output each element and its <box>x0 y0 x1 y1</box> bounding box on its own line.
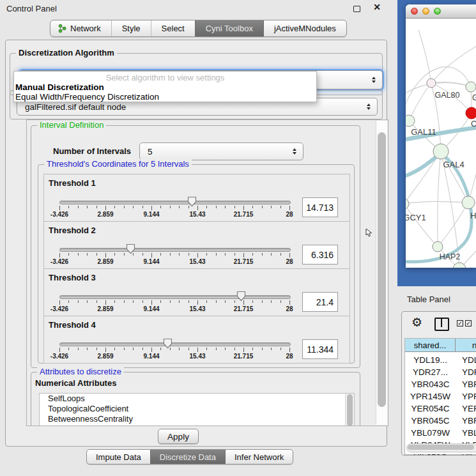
threshold-value-input[interactable]: 14.713 <box>302 197 338 217</box>
network-edge[interactable] <box>431 44 476 83</box>
slider-tick-label: 2.859 <box>89 258 121 265</box>
network-node-ga[interactable] <box>466 82 476 92</box>
slider-scale: -3.4262.8599.14415.4321.71528 <box>59 348 289 362</box>
network-node-label: GAL11 <box>411 127 436 137</box>
network-node-label: C <box>471 119 476 128</box>
network-edge[interactable] <box>406 67 471 113</box>
group-title: Threshold's Coordinates for 5 Intervals <box>44 159 192 169</box>
cell: YIL052C <box>405 452 456 456</box>
table-row[interactable]: YDL19...YDL1 <box>405 354 476 366</box>
network-node-gal11[interactable] <box>406 115 415 127</box>
dropdown-option-equal-width-frequency[interactable]: Equal Width/Frequency Discretization <box>14 92 316 102</box>
group-title: Interval Definition <box>37 120 106 130</box>
scrollbar-thumb[interactable] <box>378 132 386 407</box>
tab-discretize-data[interactable]: Discretize Data <box>150 450 225 464</box>
table-row[interactable]: YBL079WYBL0 <box>405 427 476 439</box>
tab-cyni-toolbox[interactable]: Cyni Toolbox <box>195 20 263 36</box>
network-edge[interactable] <box>418 30 431 83</box>
table-row[interactable]: YPR145WYPR1 <box>405 390 476 403</box>
threshold-3-panel: Threshold 3 -3.4262.8599.14415.4321.7152… <box>43 268 350 316</box>
cell: YDL1 <box>456 355 476 365</box>
threshold-value-input[interactable]: 21.4 <box>302 292 338 312</box>
table-row[interactable]: YBR043CYBR0 <box>405 378 476 390</box>
slider-tick <box>96 206 97 208</box>
scrollbar-thumb[interactable] <box>347 394 353 426</box>
slider-tick <box>96 348 97 350</box>
number-of-intervals-label: Number of Intervals <box>53 146 131 156</box>
slider-tick <box>179 348 180 350</box>
network-edge[interactable] <box>409 83 431 121</box>
slider-tick <box>271 253 272 256</box>
numerical-attributes-label: Numerical Attributes <box>35 378 116 388</box>
table-row[interactable]: YDR27...YDR2 <box>405 366 476 378</box>
threshold-slider-track[interactable] <box>59 201 291 204</box>
apply-button[interactable]: Apply <box>158 429 199 444</box>
checkbox-checked-icon[interactable]: ✓ <box>457 320 463 326</box>
slider-tick-label: 9.144 <box>135 211 167 218</box>
threshold-value-input[interactable]: 6.316 <box>302 245 338 265</box>
panel-title: Control Panel <box>6 4 57 13</box>
network-edge[interactable] <box>406 204 438 247</box>
network-canvas[interactable]: GAL80GACGAL11GAL4GCY1HHAP2 <box>406 19 476 268</box>
slider-tick <box>197 206 198 210</box>
slider-tick <box>262 300 263 303</box>
network-node-hap2[interactable] <box>433 242 443 252</box>
network-edge[interactable] <box>438 151 441 247</box>
table-row[interactable]: YBR045CYBR0 <box>405 415 476 427</box>
number-of-intervals-select[interactable]: 5 <box>139 142 303 160</box>
network-edge[interactable] <box>406 201 468 204</box>
slider-tick <box>124 300 125 303</box>
slider-tick <box>142 206 143 208</box>
network-window-titlebar[interactable] <box>406 4 476 19</box>
gear-icon[interactable]: ⚙ <box>411 316 422 329</box>
cell: YBR045C <box>405 416 456 426</box>
tab-label: jActiveMNodules <box>274 24 336 33</box>
slider-tick <box>188 253 189 256</box>
network-node[interactable] <box>453 263 466 268</box>
dropdown-option-manual-discretization[interactable]: Manual Discretization <box>14 82 316 92</box>
column-header-shared[interactable]: shared... <box>405 339 456 352</box>
float-panel-icon[interactable] <box>353 6 360 12</box>
list-item[interactable]: SelfLoops <box>40 394 354 404</box>
network-node-gal80[interactable] <box>427 79 436 88</box>
scrollbar-thumb[interactable] <box>408 445 474 450</box>
threshold-value-input[interactable]: 11.344 <box>302 339 338 359</box>
table-row[interactable]: YER054CYER0 <box>405 403 476 415</box>
network-node-c[interactable] <box>466 107 476 119</box>
threshold-slider-track[interactable] <box>59 342 291 346</box>
tab-impute-data[interactable]: Impute Data <box>87 450 150 464</box>
slider-tick <box>225 300 226 303</box>
zoom-window-icon[interactable] <box>434 8 441 15</box>
slider-tick <box>289 348 290 352</box>
slider-tick <box>289 300 290 305</box>
slider-tick <box>179 300 180 303</box>
network-graph: GAL80GACGAL11GAL4GCY1HHAP2 <box>406 19 476 268</box>
close-window-icon[interactable] <box>411 8 418 15</box>
tab-network[interactable]: Network <box>50 20 111 36</box>
table-horizontal-scrollbar[interactable] <box>406 443 476 452</box>
network-node-gal4[interactable] <box>433 144 449 159</box>
threshold-slider-track[interactable] <box>59 295 291 299</box>
split-columns-icon[interactable] <box>434 318 449 331</box>
network-edge[interactable] <box>438 203 468 247</box>
tab-select[interactable]: Select <box>151 20 195 36</box>
column-header-name[interactable]: na <box>456 339 476 352</box>
slider-tick <box>206 300 207 303</box>
settings-scrollbar[interactable] <box>376 121 387 425</box>
threshold-slider-track[interactable] <box>59 248 291 252</box>
network-node-gcy1[interactable] <box>406 199 409 209</box>
slider-tick <box>271 348 272 350</box>
checkbox-checked-icon[interactable]: ✓ <box>465 320 472 326</box>
close-panel-icon[interactable]: ✕ <box>373 2 381 12</box>
list-item[interactable]: BetweennessCentrality <box>40 414 354 424</box>
list-scrollbar[interactable] <box>345 394 354 426</box>
list-item[interactable]: TopologicalCoefficient <box>40 404 354 414</box>
tab-infer-network[interactable]: Infer Network <box>225 450 293 464</box>
network-view-window[interactable]: GAL80GACGAL11GAL4GCY1HHAP2 <box>406 4 476 268</box>
network-node-h[interactable] <box>462 196 475 209</box>
minimize-window-icon[interactable] <box>422 8 429 15</box>
network-edge[interactable] <box>441 151 468 203</box>
tab-jactivemnodules[interactable]: jActiveMNodules <box>263 20 346 36</box>
network-icon <box>58 24 66 33</box>
tab-style[interactable]: Style <box>111 20 151 36</box>
